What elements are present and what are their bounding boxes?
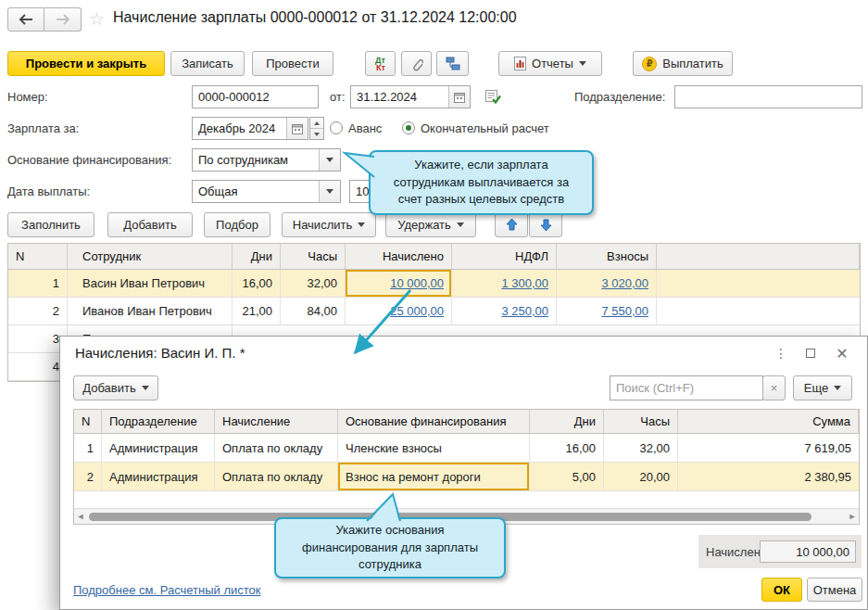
ok-button[interactable]: ОК: [761, 578, 802, 602]
fill-button[interactable]: Заполнить: [7, 212, 94, 237]
funding-basis-combo[interactable]: По сотрудникам: [192, 148, 341, 172]
cancel-button[interactable]: Отмена: [807, 578, 862, 602]
cell-hours[interactable]: 32,00: [604, 434, 678, 462]
accrued-link[interactable]: 25 000,00: [390, 304, 444, 318]
cell-accrual[interactable]: Оплата по окладу: [215, 463, 338, 490]
post-button[interactable]: Провести: [252, 51, 333, 76]
based-on-button[interactable]: [480, 85, 506, 108]
search-clear-icon[interactable]: ×: [762, 375, 786, 400]
cell-hours[interactable]: 32,00: [281, 270, 346, 297]
search-field[interactable]: [610, 375, 763, 400]
salary-period-field[interactable]: [192, 117, 308, 140]
post-and-close-button[interactable]: Провести и закрыть: [7, 51, 165, 76]
division-input[interactable]: [675, 86, 862, 108]
payslip-details-link[interactable]: Подробнее см. Расчетный листок: [73, 583, 261, 597]
accrue-button[interactable]: Начислить: [282, 212, 376, 237]
spinner-down-icon[interactable]: [310, 129, 323, 139]
move-up-button[interactable]: [495, 212, 528, 237]
number-label: Номер:: [7, 85, 48, 108]
maximize-icon[interactable]: [800, 344, 821, 362]
dialog-more-button[interactable]: Еще: [793, 375, 852, 400]
accrued-link[interactable]: 10 000,00: [390, 276, 444, 290]
col-days: Дни: [233, 244, 281, 269]
cell-funding-focused[interactable]: Взнос на ремонт дороги: [338, 463, 530, 490]
cell-hours[interactable]: 84,00: [281, 298, 346, 324]
chevron-down-icon[interactable]: [319, 181, 340, 202]
cell-employee[interactable]: Васин Иван Петрович: [68, 270, 233, 297]
from-label: от:: [330, 85, 346, 108]
cell-contributions[interactable]: 7 550,00: [557, 298, 657, 324]
contributions-link[interactable]: 3 020,00: [601, 276, 648, 290]
reports-button[interactable]: Отчеты: [498, 51, 602, 76]
add-row-button[interactable]: Добавить: [107, 212, 193, 237]
scroll-right-icon[interactable]: ►: [846, 512, 859, 521]
cell-sum[interactable]: 7 619,05: [678, 434, 859, 462]
salary-period-input[interactable]: [193, 118, 286, 139]
number-field[interactable]: [192, 85, 319, 108]
division-field[interactable]: [674, 85, 862, 108]
salary-for-label: Зарплата за:: [7, 117, 79, 140]
pay-label: Выплатить: [662, 57, 723, 70]
back-button[interactable]: [7, 7, 44, 32]
cell-days[interactable]: 5,00: [530, 463, 604, 490]
ndfl-link[interactable]: 1 300,00: [501, 276, 548, 290]
attachments-button[interactable]: [401, 51, 432, 76]
funding-basis-value: По сотрудникам: [193, 153, 319, 167]
pay-date-combo[interactable]: Общая: [192, 180, 341, 203]
ndfl-link[interactable]: 3 250,00: [501, 304, 548, 318]
cell-days[interactable]: 16,00: [233, 270, 281, 297]
cell-accrual[interactable]: Оплата по окладу: [215, 434, 338, 462]
advance-radio[interactable]: [330, 121, 343, 134]
calendar-icon[interactable]: [286, 118, 308, 139]
cell-division[interactable]: Администрация: [102, 434, 215, 462]
final-settlement-radio[interactable]: [402, 121, 415, 134]
employee-row[interactable]: 1 Васин Иван Петрович 16,00 32,00 10 000…: [8, 270, 860, 298]
dt-kt-button[interactable]: ДтКт: [365, 51, 396, 76]
col-funding-basis: Основание финансирования: [338, 410, 530, 433]
number-input[interactable]: [193, 86, 318, 108]
accrual-row[interactable]: 2 Администрация Оплата по окладу Взнос н…: [74, 463, 859, 491]
chevron-down-icon[interactable]: [319, 149, 340, 171]
doc-date-field[interactable]: [350, 85, 471, 108]
document-check-icon: [485, 90, 501, 105]
cell-division[interactable]: Администрация: [102, 463, 215, 490]
cell-ndfl[interactable]: 3 250,00: [452, 298, 557, 324]
cell-n: 1: [74, 434, 102, 462]
col-accrued: Начислено: [346, 244, 452, 269]
cell-accrued[interactable]: 25 000,00: [346, 298, 452, 324]
favorite-star-icon[interactable]: ☆: [89, 8, 105, 30]
funding-row-callout: Укажите основания финансирования для зар…: [274, 517, 506, 578]
cell-n: 2: [8, 298, 68, 324]
doc-date-input[interactable]: [351, 86, 448, 108]
calendar-icon[interactable]: [448, 86, 470, 108]
col-division: Подразделение: [102, 410, 215, 433]
forward-button[interactable]: [44, 7, 82, 32]
cell-funding[interactable]: Членские взносы: [338, 434, 530, 462]
cell-employee[interactable]: Иванов Иван Петрович: [68, 298, 233, 324]
dialog-add-button[interactable]: Добавить: [73, 375, 158, 400]
period-spinner[interactable]: [309, 117, 324, 140]
pay-button[interactable]: ₽ Выплатить: [633, 51, 733, 76]
scroll-left-icon[interactable]: ◄: [74, 512, 87, 521]
chevron-down-icon: [579, 61, 586, 66]
cell-n: 2: [74, 463, 102, 490]
contributions-link[interactable]: 7 550,00: [601, 304, 648, 318]
cell-days[interactable]: 16,00: [530, 434, 604, 462]
structure-button[interactable]: [436, 51, 469, 76]
accrual-row[interactable]: 1 Администрация Оплата по окладу Членски…: [74, 434, 859, 463]
cell-hours[interactable]: 20,00: [604, 463, 678, 490]
search-input[interactable]: [610, 376, 762, 400]
cell-sum[interactable]: 2 380,95: [678, 463, 859, 490]
withhold-button[interactable]: Удержать: [385, 212, 476, 237]
spinner-up-icon[interactable]: [310, 118, 323, 129]
cell-accrued-focused[interactable]: 10 000,00: [346, 270, 452, 297]
write-button[interactable]: Записать: [170, 51, 245, 76]
employee-row[interactable]: 2 Иванов Иван Петрович 21,00 84,00 25 00…: [8, 298, 860, 325]
more-menu-icon[interactable]: ⋮: [771, 344, 791, 362]
cell-contributions[interactable]: 3 020,00: [557, 270, 657, 297]
cell-ndfl[interactable]: 1 300,00: [452, 270, 557, 297]
move-down-button[interactable]: [529, 212, 562, 237]
pick-button[interactable]: Подбор: [204, 212, 270, 237]
close-icon[interactable]: ✕: [832, 344, 852, 362]
cell-days[interactable]: 21,00: [233, 298, 281, 324]
